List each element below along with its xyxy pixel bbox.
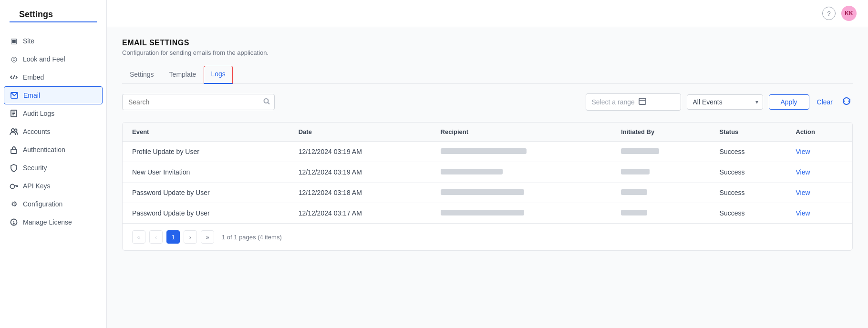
sidebar-item-embed[interactable]: Embed [0,68,106,86]
next-page-button[interactable]: › [184,230,197,244]
top-bar: ? KK [107,0,868,27]
date-cell: 12/12/2024 03:19 AM [289,162,431,183]
refresh-button[interactable] [840,95,853,110]
pagination-info: 1 of 1 pages (4 items) [222,234,282,241]
table-row: Password Update by User 12/12/2024 03:18… [123,183,852,203]
recipient-cell [431,203,612,224]
sidebar-title: Settings [10,10,97,22]
prev-page-button[interactable]: ‹ [149,230,163,244]
view-link[interactable]: View [796,168,810,176]
recipient-cell [431,142,612,162]
view-link[interactable]: View [796,189,810,196]
filters-bar: Select a range All Events Apply Clear [122,93,853,111]
action-cell: View [786,162,853,183]
tab-settings[interactable]: Settings [122,66,162,84]
view-link[interactable]: View [796,209,810,217]
status-cell: Success [710,183,786,203]
sidebar-item-email[interactable]: Email [4,86,103,104]
sidebar-item-authentication[interactable]: Authentication [0,141,106,159]
sidebar-item-audit-logs[interactable]: Audit Logs [0,104,106,123]
action-cell: View [786,142,853,162]
logs-table: Event Date Recipient Initiated By Status… [123,123,852,223]
sidebar-item-accounts[interactable]: Accounts [0,123,106,141]
table-row: New User Invitation 12/12/2024 03:19 AM … [123,162,852,183]
accounts-icon [10,127,18,136]
current-page-button[interactable]: 1 [166,230,180,244]
embed-icon [10,73,18,82]
table-body: Profile Update by User 12/12/2024 03:19 … [123,142,852,224]
date-cell: 12/12/2024 03:18 AM [289,183,431,203]
sidebar-item-configuration[interactable]: ⚙ Configuration [0,195,106,213]
sidebar-item-label: Email [23,92,40,99]
recipient-blurred [441,148,527,154]
page-subtitle: Configuration for sending emails from th… [122,49,853,56]
tab-template[interactable]: Template [162,66,204,84]
table-row: Profile Update by User 12/12/2024 03:19 … [123,142,852,162]
svg-line-0 [13,75,15,79]
col-status: Status [710,123,786,142]
recipient-blurred [441,189,524,195]
manage-license-icon [10,218,18,226]
sidebar-item-api-keys[interactable]: API Keys [0,177,106,195]
initiated-by-cell [611,142,710,162]
sidebar-item-label: Configuration [23,200,62,208]
col-date: Date [289,123,431,142]
sidebar-item-label: Manage License [23,218,72,226]
date-cell: 12/12/2024 03:17 AM [289,203,431,224]
page-header: EMAIL SETTINGS Configuration for sending… [122,39,853,56]
last-page-button[interactable]: » [201,230,214,244]
page-content: EMAIL SETTINGS Configuration for sending… [107,27,868,328]
apply-button[interactable]: Apply [769,94,809,110]
action-cell: View [786,183,853,203]
site-icon: ▣ [10,37,18,45]
search-icon-button[interactable] [263,98,270,106]
avatar[interactable]: KK [841,6,857,21]
svg-point-15 [13,223,14,224]
event-cell: New User Invitation [123,162,289,183]
sidebar-item-label: Audit Logs [23,110,54,117]
pagination: « ‹ 1 › » 1 of 1 pages (4 items) [123,223,852,250]
status-cell: Success [710,203,786,224]
main-content: ? KK EMAIL SETTINGS Configuration for se… [107,0,868,328]
view-link[interactable]: View [796,148,810,155]
svg-point-16 [264,99,269,103]
calendar-icon [639,97,646,107]
sidebar-item-site[interactable]: ▣ Site [0,32,106,50]
initiated-blurred [621,210,647,215]
sidebar: Settings ▣ Site ◎ Look and Feel Embed Em… [0,0,107,328]
recipient-cell [431,162,612,183]
email-icon [10,91,19,100]
first-page-button[interactable]: « [132,230,145,244]
col-action: Action [786,123,853,142]
search-input[interactable] [122,94,275,110]
sidebar-item-label: Authentication [23,146,65,154]
sidebar-item-label: Site [23,37,34,45]
sidebar-item-security[interactable]: Security [0,159,106,177]
tab-logs[interactable]: Logs [204,66,232,84]
date-cell: 12/12/2024 03:19 AM [289,142,431,162]
sidebar-item-label: API Keys [23,182,51,190]
svg-rect-18 [639,99,646,105]
configuration-icon: ⚙ [10,200,18,208]
look-and-feel-icon: ◎ [10,55,18,63]
sidebar-item-look-and-feel[interactable]: ◎ Look and Feel [0,50,106,68]
recipient-cell [431,183,612,203]
initiated-blurred [621,148,659,154]
clear-button[interactable]: Clear [815,95,835,109]
initiated-by-cell [611,183,710,203]
initiated-by-cell [611,203,710,224]
search-wrapper [122,94,275,110]
sidebar-item-label: Accounts [23,128,51,135]
audit-logs-icon [10,109,18,118]
initiated-blurred [621,169,650,174]
api-keys-icon [10,182,18,190]
recipient-blurred [441,169,503,174]
help-button[interactable]: ? [822,7,836,20]
date-range-picker[interactable]: Select a range [586,93,681,111]
initiated-blurred [621,189,647,195]
security-icon [10,164,18,172]
tabs-container: Settings Template Logs [122,66,853,84]
authentication-icon [10,145,18,154]
sidebar-item-manage-license[interactable]: Manage License [0,213,106,231]
events-select[interactable]: All Events [687,94,763,110]
